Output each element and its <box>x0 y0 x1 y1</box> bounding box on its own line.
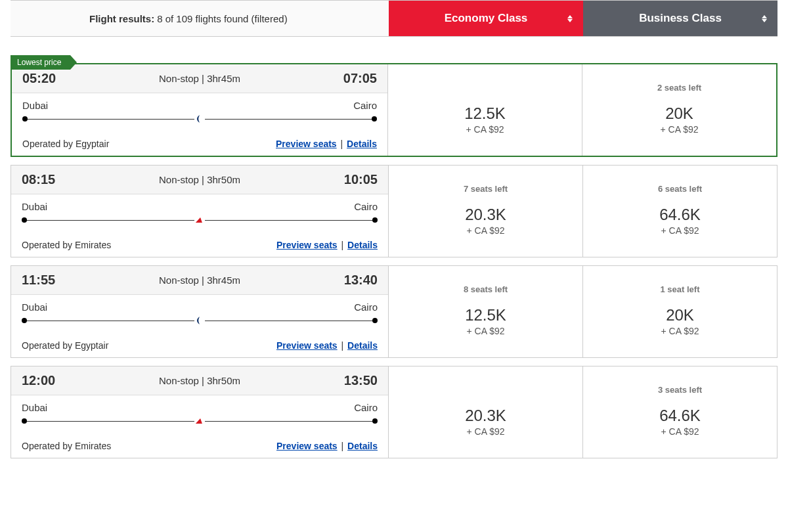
departure-time: 08:15 <box>22 172 55 187</box>
route-row: Dubai Cairo <box>11 194 388 231</box>
flight-card: 08:15 Non-stop | 3hr50m 10:05 Dubai Cair… <box>11 165 777 257</box>
economy-extra: + CA $92 <box>467 326 505 336</box>
operated-by: Operated by Egyptair <box>22 139 109 149</box>
stops-duration: Non-stop | 3hr50m <box>159 174 240 185</box>
business-seats-left: 3 seats left <box>658 385 702 395</box>
route-row: Dubai Cairo <box>11 395 388 432</box>
origin-city: Dubai <box>22 100 48 111</box>
airline-icon <box>194 114 205 124</box>
origin-city: Dubai <box>22 301 47 313</box>
route-line <box>22 414 378 428</box>
departure-time: 11:55 <box>22 273 55 288</box>
business-points: 20K <box>666 306 694 324</box>
stops-duration: Non-stop | 3hr45m <box>159 275 240 286</box>
time-row: 11:55 Non-stop | 3hr45m 13:40 <box>11 266 388 295</box>
flight-card: 11:55 Non-stop | 3hr45m 13:40 Dubai Cair… <box>11 265 777 358</box>
business-price-cell[interactable]: 3 seats left 64.6K + CA $92 <box>582 366 777 458</box>
economy-extra: + CA $92 <box>467 426 505 437</box>
arrival-time: 10:05 <box>344 172 378 187</box>
departure-time: 05:20 <box>22 71 56 86</box>
airline-icon <box>194 416 205 426</box>
business-extra: + CA $92 <box>661 225 699 236</box>
business-seats-left: 2 seats left <box>657 83 701 93</box>
time-row: 12:00 Non-stop | 3hr50m 13:50 <box>11 366 388 395</box>
business-extra: + CA $92 <box>661 426 699 437</box>
economy-seats-left: 8 seats left <box>464 284 508 294</box>
business-price-cell[interactable]: 2 seats left 20K + CA $92 <box>582 64 776 156</box>
lowest-price-badge: Lowest price <box>11 55 70 70</box>
economy-price-cell[interactable]: . 20.3K + CA $92 <box>388 366 582 458</box>
destination-city: Cairo <box>353 100 377 111</box>
preview-seats-link[interactable]: Preview seats <box>276 139 337 149</box>
business-points: 20K <box>665 104 693 123</box>
flight-card: Lowest price 05:20 Non-stop | 3hr45m 07:… <box>11 63 777 157</box>
destination-city: Cairo <box>354 402 378 413</box>
route-row: Dubai Cairo <box>12 93 387 129</box>
business-extra: + CA $92 <box>661 124 699 135</box>
operated-by: Operated by Emirates <box>22 441 111 451</box>
results-count: 8 of 109 flights found (filtered) <box>157 13 287 24</box>
details-link[interactable]: Details <box>347 240 378 250</box>
flight-info: 08:15 Non-stop | 3hr50m 10:05 Dubai Cair… <box>11 166 388 257</box>
economy-price-cell[interactable]: 7 seats left 20.3K + CA $92 <box>388 166 582 257</box>
arrival-time: 13:50 <box>344 373 378 388</box>
flight-info: 11:55 Non-stop | 3hr45m 13:40 Dubai Cair… <box>11 266 388 357</box>
sort-icon <box>567 15 573 22</box>
origin-city: Dubai <box>22 402 47 413</box>
preview-seats-link[interactable]: Preview seats <box>276 340 338 351</box>
stops-duration: Non-stop | 3hr50m <box>159 375 240 386</box>
economy-points: 20.3K <box>465 206 506 224</box>
route-line <box>22 112 377 125</box>
airline-icon <box>194 215 205 225</box>
results-summary: Flight results: 8 of 109 flights found (… <box>11 1 389 36</box>
route-line <box>22 213 378 227</box>
economy-class-header[interactable]: Economy Class <box>389 1 583 36</box>
details-link[interactable]: Details <box>347 340 378 351</box>
business-points: 64.6K <box>659 407 701 425</box>
operated-by: Operated by Egyptair <box>22 340 108 351</box>
business-seats-left: 1 seat left <box>661 284 700 294</box>
business-seats-left: 6 seats left <box>658 184 702 194</box>
business-price-cell[interactable]: 6 seats left 64.6K + CA $92 <box>582 166 777 257</box>
flight-card: 12:00 Non-stop | 3hr50m 13:50 Dubai Cair… <box>11 366 777 458</box>
route-line <box>22 314 378 327</box>
economy-points: 20.3K <box>465 407 506 425</box>
economy-price-cell[interactable]: . 12.5K + CA $92 <box>387 64 582 156</box>
route-row: Dubai Cairo <box>11 295 388 331</box>
flight-info: 12:00 Non-stop | 3hr50m 13:50 Dubai Cair… <box>11 366 388 458</box>
arrival-time: 07:05 <box>343 71 377 86</box>
sort-icon <box>762 15 767 22</box>
economy-label: Economy Class <box>445 12 528 25</box>
time-row: 08:15 Non-stop | 3hr50m 10:05 <box>11 166 388 194</box>
operated-by: Operated by Emirates <box>22 240 111 250</box>
details-link[interactable]: Details <box>347 441 378 451</box>
economy-price-cell[interactable]: 8 seats left 12.5K + CA $92 <box>388 266 582 357</box>
business-points: 64.6K <box>659 206 701 224</box>
business-price-cell[interactable]: 1 seat left 20K + CA $92 <box>582 266 777 357</box>
details-link[interactable]: Details <box>347 139 377 149</box>
origin-city: Dubai <box>22 201 47 212</box>
economy-seats-left: 7 seats left <box>464 184 508 194</box>
destination-city: Cairo <box>354 201 378 212</box>
arrival-time: 13:40 <box>344 273 378 288</box>
results-header: Flight results: 8 of 109 flights found (… <box>11 0 777 37</box>
airline-icon <box>194 315 205 326</box>
results-label: Flight results: <box>89 13 154 24</box>
preview-seats-link[interactable]: Preview seats <box>276 441 338 451</box>
economy-extra: + CA $92 <box>467 225 505 236</box>
business-label: Business Class <box>639 12 722 25</box>
economy-points: 12.5K <box>465 306 506 324</box>
departure-time: 12:00 <box>22 373 55 388</box>
business-extra: + CA $92 <box>661 326 699 336</box>
flight-info: 05:20 Non-stop | 3hr45m 07:05 Dubai Cair… <box>12 64 387 156</box>
destination-city: Cairo <box>354 301 378 313</box>
economy-extra: + CA $92 <box>466 124 504 135</box>
stops-duration: Non-stop | 3hr45m <box>159 73 240 84</box>
business-class-header[interactable]: Business Class <box>583 1 777 36</box>
economy-points: 12.5K <box>464 104 506 123</box>
preview-seats-link[interactable]: Preview seats <box>276 240 338 250</box>
